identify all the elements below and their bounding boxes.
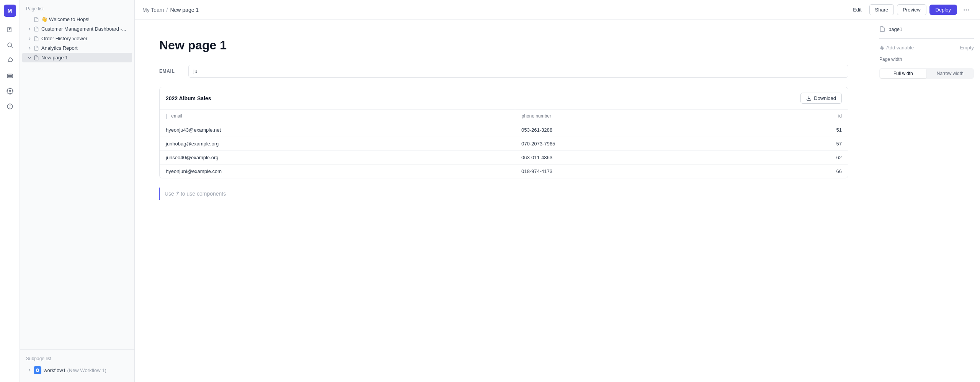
doc-icon (34, 17, 39, 22)
col-email-header: email (160, 109, 515, 123)
page-item-customer[interactable]: Customer Management Dashboard -... (22, 24, 132, 34)
cell-phone: 018-974-4173 (515, 164, 755, 178)
file-name: page1 (889, 26, 902, 32)
edit-button[interactable]: Edit (848, 5, 866, 15)
page-title: New page 1 (159, 38, 848, 52)
more-options-button[interactable] (960, 4, 972, 16)
cell-id: 51 (755, 123, 848, 137)
avatar[interactable]: M (4, 5, 16, 17)
table-header-row: email phone number id (160, 109, 848, 123)
doc-icon (34, 26, 39, 32)
page-item-newpage[interactable]: New page 1 (22, 53, 132, 62)
page-width-label: Page width (879, 57, 902, 62)
svg-line-20 (881, 46, 882, 50)
svg-point-14 (964, 9, 965, 10)
cell-id: 62 (755, 150, 848, 164)
pages-icon-btn[interactable] (3, 23, 17, 37)
svg-point-10 (10, 107, 10, 108)
page-item-analytics[interactable]: Analytics Report (22, 43, 132, 53)
email-input[interactable] (188, 65, 848, 78)
variable-row: Add variable Empty (879, 45, 974, 51)
page-width-toggle: Full width Narrow width (879, 68, 974, 79)
icon-sidebar: M (0, 0, 20, 382)
subpage-item-workflow1[interactable]: workflow1 (New Workflow 1) (22, 364, 132, 376)
breadcrumb-team[interactable]: My Team (142, 7, 164, 13)
cell-email: hyeonju43@example.net (160, 123, 515, 137)
table-row: junhobag@example.org 070-2073-7965 57 (160, 137, 848, 150)
cell-email: hyeonjuni@example.com (160, 164, 515, 178)
doc-icon (34, 55, 39, 60)
email-input-row: EMAIL (159, 65, 848, 78)
table-title: 2022 Album Sales (166, 95, 211, 101)
cell-phone: 063-011-4863 (515, 150, 755, 164)
svg-line-2 (11, 46, 12, 47)
subpage-list-header: Subpage list (20, 349, 134, 364)
page-item-label: Customer Management Dashboard -... (41, 26, 126, 32)
workflow-icon (34, 366, 41, 374)
full-width-option[interactable]: Full width (880, 69, 926, 78)
rocket-icon (7, 57, 13, 64)
data-table: email phone number id hyeonju43@example.… (160, 109, 848, 178)
svg-point-6 (9, 90, 11, 92)
cell-email: junseo40@example.org (160, 150, 515, 164)
preview-button[interactable]: Preview (897, 4, 926, 15)
file-icon (879, 26, 885, 32)
svg-point-1 (8, 43, 12, 47)
chevron-right-icon (27, 46, 32, 51)
page-list-header: Page list (20, 0, 134, 15)
table-row: hyeonju43@example.net 053-261-3288 51 (160, 123, 848, 137)
email-label: EMAIL (159, 69, 182, 74)
doc-icon (34, 36, 39, 41)
add-variable-label: Add variable (886, 45, 914, 51)
topbar-actions: Edit Share Preview Deploy (848, 4, 972, 16)
page-item-label: Order History Viewer (41, 36, 87, 41)
chevron-right-icon (27, 26, 32, 32)
rocket-icon-btn[interactable] (3, 54, 17, 67)
cell-id: 66 (755, 164, 848, 178)
placeholder-row[interactable]: Use '/' to use components (159, 188, 848, 200)
layers-icon (7, 72, 13, 79)
ellipsis-icon (963, 7, 970, 13)
col-id-header: id (755, 109, 848, 123)
palette-icon-btn[interactable] (3, 100, 17, 113)
layers-icon-btn[interactable] (3, 69, 17, 83)
page-item-order[interactable]: Order History Viewer (22, 34, 132, 43)
topbar: My Team / New page 1 Edit Share Preview … (135, 0, 980, 20)
page-content: New page 1 EMAIL 2022 Album Sales (135, 20, 873, 382)
deploy-button[interactable]: Deploy (929, 5, 957, 15)
palette-icon (7, 103, 13, 110)
chevron-right-icon (27, 36, 32, 41)
page-item-welcome[interactable]: 👋 Welcome to Hops! (22, 15, 132, 24)
table-card: 2022 Album Sales Download (159, 87, 848, 178)
subpage-label: workflow1 (New Workflow 1) (44, 367, 106, 373)
cell-id: 57 (755, 137, 848, 150)
settings-icon-btn[interactable] (3, 84, 17, 98)
variable-empty-label: Empty (928, 45, 974, 51)
cell-phone: 053-261-3288 (515, 123, 755, 137)
svg-point-7 (7, 104, 13, 109)
content-body: New page 1 EMAIL 2022 Album Sales (135, 20, 980, 382)
right-panel: page1 Add variable Empty Page width (873, 20, 980, 382)
svg-line-21 (882, 46, 883, 50)
chevron-right-icon (27, 367, 32, 373)
hash-icon (879, 45, 885, 51)
download-icon (806, 96, 812, 101)
svg-point-9 (10, 106, 11, 106)
main-area: My Team / New page 1 Edit Share Preview … (135, 0, 980, 382)
page-item-label: Analytics Report (41, 45, 78, 51)
svg-rect-5 (7, 77, 13, 78)
download-button[interactable]: Download (800, 93, 842, 104)
table-card-header: 2022 Album Sales Download (160, 87, 848, 109)
svg-rect-3 (7, 74, 13, 75)
add-variable-button[interactable]: Add variable (879, 45, 925, 51)
share-button[interactable]: Share (869, 4, 894, 15)
svg-point-8 (8, 106, 9, 106)
pages-icon (7, 26, 13, 33)
search-icon-btn[interactable] (3, 38, 17, 52)
breadcrumb-page: New page 1 (170, 7, 199, 13)
svg-rect-4 (7, 75, 13, 76)
narrow-width-option[interactable]: Narrow width (927, 69, 973, 78)
svg-point-16 (968, 9, 969, 10)
page-list: 👋 Welcome to Hops! Customer Management D… (20, 15, 134, 181)
doc-icon (34, 46, 39, 51)
